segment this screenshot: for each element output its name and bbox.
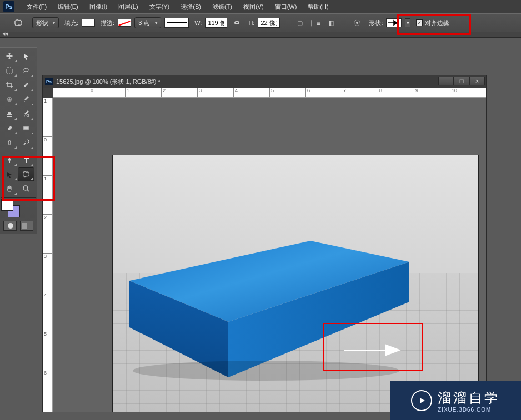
svg-rect-5: [23, 126, 29, 130]
lasso-tool[interactable]: [18, 63, 34, 78]
brush-tool[interactable]: [18, 92, 34, 107]
menu-layer[interactable]: 图层(L): [114, 2, 142, 12]
text-tool[interactable]: [18, 153, 34, 167]
options-collapse-strip[interactable]: [0, 32, 521, 38]
stroke-swatch[interactable]: [118, 19, 131, 27]
arrow-tool[interactable]: [18, 49, 34, 63]
window-minimize[interactable]: —: [438, 77, 454, 85]
menu-file[interactable]: 文件(F): [22, 2, 51, 12]
document-title: 15625.jpg @ 100% (形状 1, RGB/8#) *: [56, 78, 161, 86]
menu-window[interactable]: 窗口(W): [270, 2, 302, 12]
app-logo: Ps: [3, 1, 14, 12]
shape-picker-dropdown[interactable]: ▼: [405, 18, 410, 27]
align-edges-label: 对齐边缘: [425, 19, 449, 27]
path-combine-icon[interactable]: ▢: [294, 17, 306, 29]
stroke-label: 描边:: [101, 19, 114, 27]
stamp-tool[interactable]: [1, 107, 18, 121]
hand-tool[interactable]: [1, 181, 18, 196]
svg-point-7: [26, 140, 29, 143]
gradient-tool[interactable]: [18, 121, 34, 135]
width-label: W:: [194, 19, 202, 26]
history-brush-tool[interactable]: [18, 107, 34, 121]
zoom-tool[interactable]: [18, 181, 34, 196]
path-align-icon[interactable]: ⎸☰: [309, 17, 322, 29]
align-edges-checkbox[interactable]: ✓ 对齐边缘: [416, 19, 449, 27]
color-swatches[interactable]: [1, 199, 21, 216]
height-label: H:: [248, 19, 254, 26]
menu-help[interactable]: 帮助(H): [303, 2, 333, 12]
document-window: Ps 15625.jpg @ 100% (形状 1, RGB/8#) * — □…: [42, 75, 487, 412]
svg-rect-2: [7, 68, 12, 73]
watermark: 溜溜自学 ZIXUE.3D66.COM: [390, 381, 521, 420]
marquee-tool[interactable]: [1, 63, 18, 78]
tools-panel: [0, 47, 37, 234]
menu-select[interactable]: 选择(S): [176, 2, 206, 12]
shape-picker-arrow[interactable]: [386, 18, 402, 27]
watermark-url: ZIXUE.3D66.COM: [438, 407, 500, 413]
settings-icon[interactable]: [351, 17, 363, 29]
play-icon: [411, 390, 432, 411]
healing-tool[interactable]: [1, 92, 18, 107]
eraser-tool[interactable]: [1, 121, 18, 135]
stroke-width-dropdown[interactable]: 3 点: [134, 17, 161, 28]
drawn-arrow-shape[interactable]: [343, 343, 404, 357]
dodge-tool[interactable]: [18, 135, 34, 150]
blur-tool[interactable]: [1, 135, 18, 150]
svg-point-1: [356, 22, 358, 24]
crop-tool[interactable]: [1, 78, 18, 92]
fill-label: 填充:: [64, 19, 78, 27]
menu-filter[interactable]: 滤镜(T): [208, 2, 237, 12]
foreground-color[interactable]: [1, 199, 13, 211]
document-titlebar[interactable]: Ps 15625.jpg @ 100% (形状 1, RGB/8#) * — □…: [43, 75, 486, 88]
options-bar: 形状 填充: 描边: 3 点 W: H: ▢ ⎸☰ ◧ 形状: ▼ ✓ 对齐边缘: [0, 13, 521, 32]
stroke-style-preview[interactable]: [164, 18, 189, 28]
link-dimensions-icon[interactable]: [231, 17, 243, 29]
custom-shape-tool[interactable]: [18, 167, 34, 181]
window-close[interactable]: ×: [469, 77, 485, 85]
custom-shape-icon[interactable]: [12, 17, 24, 29]
move-tool[interactable]: [1, 49, 18, 63]
window-maximize[interactable]: □: [454, 77, 469, 85]
menu-image[interactable]: 图像(I): [85, 2, 112, 12]
canvas-area[interactable]: [53, 98, 486, 412]
menu-bar: Ps 文件(F) 编辑(E) 图像(I) 图层(L) 文字(Y) 选择(S) 滤…: [0, 0, 521, 13]
height-input[interactable]: [258, 18, 280, 28]
menu-view[interactable]: 视图(V): [239, 2, 268, 12]
screen-mode-button[interactable]: [20, 221, 33, 231]
canvas[interactable]: [113, 155, 478, 412]
document-icon: Ps: [45, 78, 53, 85]
watermark-title: 溜溜自学: [438, 389, 500, 407]
tool-mode-dropdown[interactable]: 形状: [32, 17, 59, 28]
horizontal-ruler: 0 1 2 3 4 5 6 7 8 9 10: [53, 88, 486, 98]
vertical-ruler: 1 0 1 2 3 4 5 6: [43, 98, 53, 412]
svg-point-4: [27, 114, 29, 117]
path-arrange-icon[interactable]: ◧: [325, 17, 337, 29]
svg-point-8: [23, 186, 28, 190]
eyedropper-tool[interactable]: [18, 78, 34, 92]
quick-mask-button[interactable]: [3, 221, 17, 231]
path-selection-tool[interactable]: [1, 167, 18, 181]
menu-edit[interactable]: 编辑(E): [53, 2, 83, 12]
pen-tool[interactable]: [1, 153, 18, 167]
shape-label: 形状:: [369, 19, 383, 27]
menu-type[interactable]: 文字(Y): [145, 2, 174, 12]
fill-swatch[interactable]: [82, 19, 95, 27]
width-input[interactable]: [205, 18, 227, 28]
